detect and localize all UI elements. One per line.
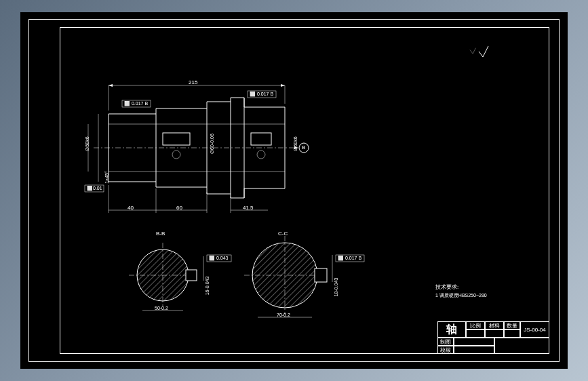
dia-left: ∅50k6 (85, 136, 90, 151)
section-c-label: C-C (278, 230, 288, 237)
svg-marker-20 (281, 84, 285, 87)
svg-point-13 (257, 151, 265, 159)
sec-b-w: 50-0.2 (155, 306, 168, 310)
label-draw: 制图 (437, 338, 454, 346)
sec-c-h: 18-0.043 (334, 278, 338, 297)
sec-c-w: 70-0.2 (277, 313, 290, 317)
section-c (244, 236, 364, 317)
tech-req-title: 技术要求: (435, 283, 458, 291)
cad-canvas: 215 40 60 41.5 ⬜ 0.017 B ⬜ 0.017 B ∅50k6… (20, 12, 568, 369)
top-dimension (109, 84, 285, 111)
main-view (94, 98, 309, 198)
drawing-no: JS-00-04 (520, 321, 549, 338)
cad-drawing (20, 12, 568, 369)
svg-marker-19 (109, 84, 113, 87)
gdtol-b: ⬜ 0.017 B (250, 92, 273, 97)
dia-mid: ∅60-0.06 (210, 134, 215, 154)
sec-c-tol: ⬜ 0.017 B (338, 256, 361, 261)
part-name: 轴 (446, 323, 457, 337)
svg-rect-10 (163, 133, 190, 145)
surface-finish-symbol (470, 46, 488, 57)
tech-req-1: 1 调质硬度HBS250~280 (435, 292, 487, 299)
svg-rect-43 (315, 268, 327, 282)
col-material: 材料 (485, 321, 504, 329)
svg-rect-12 (251, 133, 271, 145)
gdtol-left: ⬜0.01 (87, 186, 102, 191)
dim-40: 40 (128, 205, 134, 211)
datum-b: B (302, 144, 305, 151)
dim-215: 215 (189, 79, 197, 85)
dim-60: 60 (176, 205, 182, 211)
dim-415: 41.5 (243, 205, 254, 211)
gdtol-a: ⬜ 0.017 B (124, 101, 148, 106)
title-block: 轴 比例 材料 数量 JS-00-04 制图 校核 (437, 321, 549, 354)
section-b-label: B-B (156, 230, 165, 237)
sec-b-tol: ⬜ 0.043 (209, 256, 228, 261)
label-check: 校核 (437, 346, 454, 354)
col-scale: 比例 (466, 321, 485, 329)
dia-right: ∅60k6 (293, 136, 298, 151)
col-qty: 数量 (504, 321, 520, 329)
sec-b-h: 16-0.043 (205, 277, 210, 296)
section-b (129, 243, 231, 310)
chamfer: 1×45° (104, 171, 109, 184)
svg-rect-36 (186, 270, 197, 281)
svg-point-11 (172, 151, 180, 159)
